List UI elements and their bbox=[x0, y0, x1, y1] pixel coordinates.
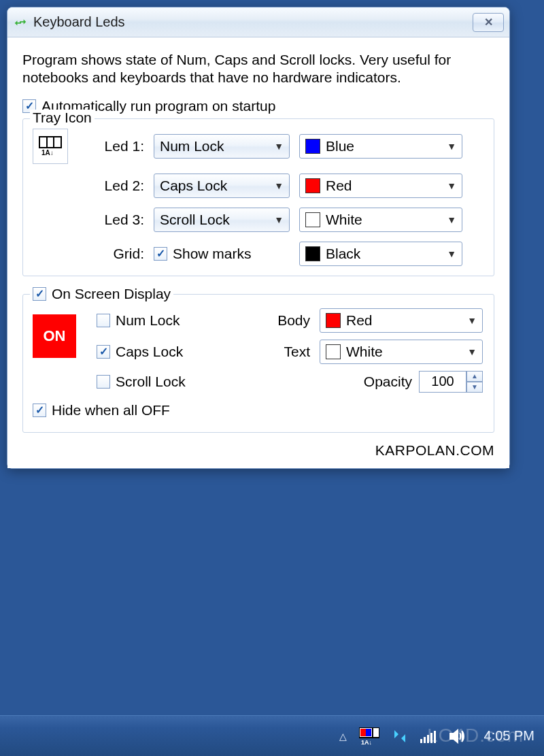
osd-scrolllock-checkbox[interactable] bbox=[97, 375, 110, 389]
osd-text-color-select[interactable]: White ▼ bbox=[320, 340, 483, 364]
spinner-up-button[interactable]: ▲ bbox=[466, 371, 483, 382]
led2-color-select[interactable]: Red ▼ bbox=[299, 174, 462, 198]
color-swatch-white bbox=[305, 212, 320, 227]
grid-color-select[interactable]: Black ▼ bbox=[299, 242, 462, 266]
led3-color-select[interactable]: White ▼ bbox=[299, 208, 462, 232]
app-window: Keyboard Leds ✕ Program shows state of N… bbox=[7, 7, 510, 469]
color-swatch-white bbox=[326, 344, 341, 359]
led3-lock-select[interactable]: Scroll Lock ▼ bbox=[154, 208, 290, 232]
titlebar[interactable]: Keyboard Leds ✕ bbox=[7, 7, 509, 37]
led1-label: Led 1: bbox=[83, 138, 144, 154]
grid-label: Grid: bbox=[83, 246, 144, 262]
svg-text:1A↓: 1A↓ bbox=[41, 149, 54, 157]
tray-icon-group: Tray Icon 1A↓ Led 1: Num Lock ▼ bbox=[22, 118, 494, 276]
close-button[interactable]: ✕ bbox=[473, 13, 504, 32]
svg-rect-12 bbox=[430, 733, 432, 743]
color-swatch-blue bbox=[305, 139, 320, 154]
window-title: Keyboard Leds bbox=[33, 14, 467, 30]
opacity-input[interactable] bbox=[419, 371, 466, 393]
opacity-spinner[interactable]: ▲ ▼ bbox=[419, 371, 483, 393]
chevron-down-icon: ▼ bbox=[447, 214, 456, 225]
svg-rect-10 bbox=[424, 737, 426, 743]
osd-numlock-checkbox[interactable] bbox=[97, 314, 110, 327]
chevron-down-icon: ▼ bbox=[467, 346, 477, 357]
opacity-label: Opacity bbox=[364, 374, 412, 390]
led3-label: Led 3: bbox=[83, 212, 144, 228]
grid-showmarks-label: Show marks bbox=[173, 246, 252, 262]
chevron-down-icon: ▼ bbox=[274, 141, 284, 152]
osd-group: On Screen Display ON Num Lock Body Red ▼ bbox=[22, 294, 494, 433]
osd-preview-badge: ON bbox=[33, 314, 76, 358]
osd-scrolllock-row: Scroll Lock bbox=[97, 374, 239, 390]
osd-body-color-select[interactable]: Red ▼ bbox=[320, 308, 483, 333]
osd-capslock-checkbox[interactable] bbox=[97, 345, 110, 359]
svg-rect-9 bbox=[420, 739, 422, 743]
chevron-down-icon: ▼ bbox=[274, 214, 284, 225]
chevron-down-icon: ▼ bbox=[447, 141, 456, 152]
tray-overflow-arrow-icon[interactable]: △ bbox=[339, 731, 347, 742]
tray-icon-legend: Tray Icon bbox=[30, 110, 95, 126]
tray-keyboard-leds-icon[interactable]: 1A↓ bbox=[359, 727, 379, 745]
volume-icon[interactable] bbox=[449, 729, 465, 744]
svg-rect-13 bbox=[434, 731, 436, 743]
grid-showmarks-checkbox[interactable] bbox=[154, 247, 167, 261]
taskbar-clock[interactable]: 4:05 PM bbox=[484, 728, 534, 744]
osd-hidealloff-checkbox[interactable] bbox=[33, 404, 46, 417]
led2-label: Led 2: bbox=[83, 178, 144, 194]
svg-rect-11 bbox=[427, 735, 429, 743]
svg-text:1A↓: 1A↓ bbox=[361, 739, 372, 745]
network-icon[interactable] bbox=[392, 729, 408, 744]
taskbar: △ 1A↓ 4:05 PM bbox=[0, 715, 544, 756]
app-icon bbox=[13, 15, 28, 30]
osd-numlock-row: Num Lock bbox=[97, 312, 239, 329]
svg-rect-5 bbox=[360, 729, 366, 736]
grid-show-marks-row: Show marks bbox=[154, 246, 290, 262]
osd-capslock-row: Caps Lock bbox=[97, 344, 239, 360]
spinner-down-button[interactable]: ▼ bbox=[466, 382, 483, 393]
signal-bars-icon[interactable] bbox=[420, 729, 437, 743]
client-area: Program shows state of Num, Caps and Scr… bbox=[7, 37, 509, 468]
footer-link[interactable]: KARPOLAN.COM bbox=[22, 442, 494, 459]
svg-rect-0 bbox=[39, 137, 61, 148]
close-icon: ✕ bbox=[484, 16, 493, 29]
osd-enable-checkbox[interactable] bbox=[33, 287, 46, 301]
osd-hide-row: Hide when all OFF bbox=[33, 402, 239, 418]
color-swatch-red bbox=[305, 178, 320, 193]
osd-body-label: Body bbox=[249, 312, 310, 329]
description-text: Program shows state of Num, Caps and Scr… bbox=[22, 51, 494, 87]
osd-text-label: Text bbox=[249, 344, 310, 360]
color-swatch-red bbox=[326, 313, 341, 328]
osd-legend: On Screen Display bbox=[52, 286, 171, 302]
chevron-down-icon: ▼ bbox=[447, 248, 456, 259]
color-swatch-black bbox=[305, 246, 320, 261]
tray-icon-preview: 1A↓ bbox=[33, 129, 68, 164]
chevron-down-icon: ▼ bbox=[274, 180, 284, 191]
chevron-down-icon: ▼ bbox=[467, 315, 477, 326]
chevron-down-icon: ▼ bbox=[447, 180, 456, 191]
led1-color-select[interactable]: Blue ▼ bbox=[299, 134, 462, 159]
led2-lock-select[interactable]: Caps Lock ▼ bbox=[154, 174, 290, 198]
led1-lock-select[interactable]: Num Lock ▼ bbox=[154, 134, 290, 159]
svg-rect-6 bbox=[366, 729, 371, 736]
